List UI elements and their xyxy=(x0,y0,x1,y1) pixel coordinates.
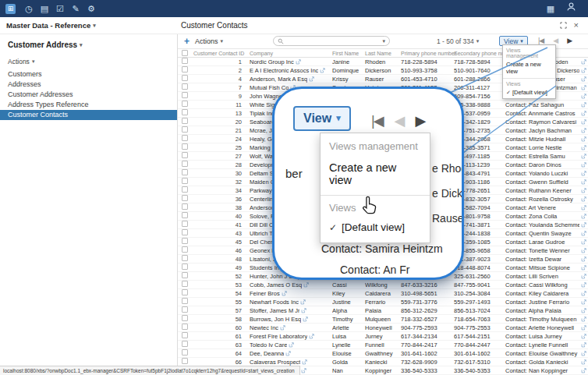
open-record-icon[interactable] xyxy=(581,119,586,125)
settings-icon[interactable]: ⚙ xyxy=(83,0,99,17)
record-range-selector[interactable]: 1 - 50 of 334▾ xyxy=(437,37,479,45)
row-checkbox[interactable] xyxy=(182,92,188,98)
open-record-icon[interactable] xyxy=(581,162,586,168)
workspace-selector[interactable]: Master Data - Reference▾ xyxy=(6,21,96,30)
open-record-icon[interactable] xyxy=(303,282,309,288)
row-checkbox[interactable] xyxy=(182,358,188,364)
open-record-icon[interactable] xyxy=(581,317,586,322)
row-checkbox[interactable] xyxy=(182,195,188,201)
open-record-icon[interactable] xyxy=(581,136,586,142)
row-checkbox[interactable] xyxy=(182,101,188,107)
column-header[interactable]: Customer Contact ID xyxy=(193,51,245,56)
open-record-icon[interactable] xyxy=(301,308,306,313)
sidebar-item-addresses[interactable]: Addresses xyxy=(0,80,177,90)
open-record-icon[interactable] xyxy=(581,248,586,253)
open-record-icon[interactable] xyxy=(581,68,586,73)
row-checkbox[interactable] xyxy=(182,83,188,90)
row-checkbox[interactable] xyxy=(182,281,188,287)
table-row[interactable]: 53Cobb, James O EsqCassiWilkfong847-633-… xyxy=(178,281,588,289)
row-checkbox[interactable] xyxy=(182,135,188,141)
add-record-button[interactable]: + xyxy=(184,36,190,47)
open-record-icon[interactable] xyxy=(581,299,586,305)
open-record-icon[interactable] xyxy=(581,94,586,99)
table-row[interactable]: 61Forest Fire LaboratoryLuisaJurney617-3… xyxy=(178,332,588,341)
open-record-icon[interactable] xyxy=(581,359,586,365)
open-record-icon[interactable] xyxy=(581,128,586,133)
open-record-icon[interactable] xyxy=(581,256,586,262)
app-launcher-icon[interactable]: ⊞ xyxy=(5,4,16,14)
row-checkbox[interactable] xyxy=(182,75,188,81)
row-checkbox[interactable] xyxy=(182,272,188,278)
open-record-icon[interactable] xyxy=(300,299,306,305)
search-box[interactable]: ▾ xyxy=(273,36,390,46)
open-record-icon[interactable] xyxy=(302,359,307,365)
open-record-icon[interactable] xyxy=(581,265,586,271)
row-checkbox[interactable] xyxy=(182,58,188,64)
column-header[interactable]: Primary phone number xyxy=(401,51,454,56)
open-record-icon[interactable] xyxy=(581,222,586,228)
data-models-icon[interactable]: ▤ xyxy=(37,0,52,17)
open-record-icon[interactable] xyxy=(581,154,586,159)
expand-icon[interactable] xyxy=(560,22,567,29)
table-row[interactable]: 58Burrows, Jon H EsqTimothyMulqueen718-3… xyxy=(178,315,588,324)
row-checkbox[interactable] xyxy=(182,289,188,295)
open-record-icon[interactable] xyxy=(581,325,586,331)
open-record-icon[interactable] xyxy=(581,205,586,210)
open-record-icon[interactable] xyxy=(581,368,586,373)
menu-item-create-new-view[interactable]: Create a new view xyxy=(503,59,555,77)
row-checkbox[interactable] xyxy=(182,221,188,227)
open-record-icon[interactable] xyxy=(581,334,586,339)
row-checkbox[interactable] xyxy=(182,178,188,184)
row-checkbox[interactable] xyxy=(182,161,188,167)
tasks-icon[interactable]: ☑ xyxy=(52,0,68,17)
table-row[interactable]: 64Dee, DeannaElouiseGwalthney301-641-160… xyxy=(178,349,588,358)
edit-icon[interactable]: ✎ xyxy=(68,0,83,17)
open-record-icon[interactable] xyxy=(301,368,306,373)
open-record-icon[interactable] xyxy=(289,342,294,348)
row-checkbox[interactable] xyxy=(182,186,188,193)
row-checkbox[interactable] xyxy=(182,118,188,124)
row-checkbox[interactable] xyxy=(182,264,188,270)
row-checkbox[interactable] xyxy=(182,238,188,244)
open-record-icon[interactable] xyxy=(303,317,308,322)
dataset-selector[interactable]: Customer Address▾ xyxy=(8,41,177,49)
row-checkbox[interactable] xyxy=(182,255,188,261)
actions-button[interactable]: Actions▾ xyxy=(195,37,223,45)
sidebar-item-customers[interactable]: Customers xyxy=(0,69,177,80)
user-icon[interactable] xyxy=(565,0,577,17)
row-checkbox[interactable] xyxy=(182,212,188,218)
open-record-icon[interactable] xyxy=(581,282,586,288)
row-checkbox[interactable] xyxy=(182,298,188,304)
row-checkbox[interactable] xyxy=(182,229,188,235)
row-checkbox[interactable] xyxy=(182,66,188,73)
open-record-icon[interactable] xyxy=(581,102,586,108)
open-record-icon[interactable] xyxy=(320,68,325,73)
row-checkbox[interactable] xyxy=(182,126,188,133)
column-header[interactable]: Last Name xyxy=(365,51,401,56)
row-checkbox[interactable] xyxy=(182,341,188,347)
select-all-header[interactable] xyxy=(178,50,193,57)
close-icon[interactable]: × xyxy=(574,21,579,30)
row-checkbox[interactable] xyxy=(182,306,188,313)
row-checkbox[interactable] xyxy=(182,152,188,158)
open-record-icon[interactable] xyxy=(581,76,586,82)
table-row[interactable]: 55Newhart Foods IncJustineFerrario559-73… xyxy=(178,298,588,306)
open-record-icon[interactable] xyxy=(581,145,586,150)
open-record-icon[interactable] xyxy=(309,334,314,339)
open-record-icon[interactable] xyxy=(581,196,586,202)
sidebar-actions-button[interactable]: Actions▾ xyxy=(8,58,177,65)
table-row[interactable]: 63Toledo Iv CareLynelleFunnell770-844-24… xyxy=(178,341,588,349)
open-record-icon[interactable] xyxy=(581,59,586,65)
menu-item-default-view[interactable]: ✓ [Default view] xyxy=(503,87,555,98)
first-page-button[interactable]: |◀ xyxy=(538,37,544,44)
open-record-icon[interactable] xyxy=(581,214,586,219)
open-record-icon[interactable] xyxy=(309,76,314,82)
row-checkbox[interactable] xyxy=(182,246,188,253)
open-record-icon[interactable] xyxy=(581,308,586,313)
history-icon[interactable]: ◷ xyxy=(21,0,37,17)
open-record-icon[interactable] xyxy=(581,179,586,185)
open-record-icon[interactable] xyxy=(581,188,586,193)
column-header[interactable]: Secondary phone number xyxy=(454,51,505,56)
open-record-icon[interactable] xyxy=(296,59,301,65)
open-record-icon[interactable] xyxy=(581,274,586,279)
